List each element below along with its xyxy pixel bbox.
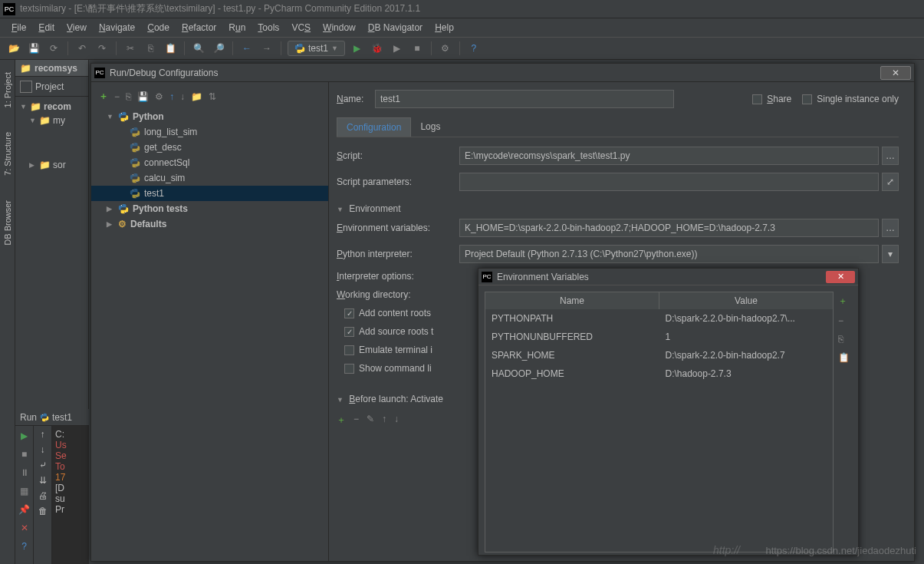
run-console[interactable]: C: Us Se To 17 [D su Pr [52, 426, 89, 564]
sidebar-tab-dbbrowser[interactable]: DB Browser [2, 196, 13, 250]
tree-row[interactable]: ▶ 📁 sor [15, 158, 88, 172]
save-all-icon[interactable]: 💾 [26, 41, 41, 56]
table-row[interactable]: PYTHONUNBUFFERED 1 [485, 328, 833, 346]
add-source-checkbox[interactable] [344, 327, 354, 337]
tab-configuration[interactable]: Configuration [337, 117, 411, 137]
project-tab-label[interactable]: Project [35, 81, 64, 92]
down-icon[interactable]: ↓ [394, 414, 399, 427]
run-icon[interactable]: ▶ [350, 41, 365, 56]
settings-icon[interactable]: ⚙ [438, 41, 453, 56]
config-item[interactable]: connectSql [91, 155, 328, 170]
remove-icon[interactable]: − [114, 91, 120, 102]
single-instance-checkbox[interactable] [802, 94, 812, 104]
table-row[interactable]: SPARK_HOME D:\spark-2.2.0-bin-hadoop2.7 [485, 346, 833, 364]
tree-row[interactable]: ▼ 📁 recom [15, 100, 88, 114]
up-icon[interactable]: ↑ [41, 429, 45, 440]
env-dialog-titlebar[interactable]: PC Environment Variables ✕ [478, 269, 858, 285]
browse-button[interactable]: … [882, 219, 899, 237]
config-item-selected[interactable]: test1 [91, 186, 328, 201]
script-input[interactable] [459, 147, 879, 165]
wrap-icon[interactable]: ⤶ [39, 460, 47, 470]
emulate-terminal-checkbox[interactable] [344, 345, 354, 355]
share-checkbox[interactable] [752, 94, 762, 104]
config-group-defaults[interactable]: ▶ ⚙ Defaults [91, 216, 328, 232]
chevron-down-icon[interactable]: ▾ [882, 245, 899, 263]
pin-icon[interactable]: 📌 [18, 503, 31, 516]
script-params-input[interactable] [459, 173, 879, 191]
print-icon[interactable]: 🖨 [38, 490, 48, 501]
pause-icon[interactable]: ⏸ [18, 466, 31, 480]
menu-vcs[interactable]: VCS [286, 21, 316, 35]
settings-icon[interactable]: ⚙ [155, 91, 163, 102]
paste-icon[interactable]: 📋 [163, 41, 178, 56]
menu-tools[interactable]: Tools [252, 21, 284, 35]
show-command-checkbox[interactable] [344, 364, 354, 374]
close-icon[interactable]: ✕ [18, 521, 31, 535]
menu-view[interactable]: View [61, 21, 92, 35]
menu-refactor[interactable]: Refactor [176, 21, 222, 35]
forward-icon[interactable]: → [259, 41, 275, 56]
config-item[interactable]: calcu_sim [91, 170, 328, 186]
stop-icon[interactable]: ■ [409, 41, 425, 56]
table-row[interactable]: PYTHONPATH D:\spark-2.2.0-bin-hadoop2.7\… [485, 309, 833, 328]
save-icon[interactable]: 💾 [137, 91, 149, 102]
tab-logs[interactable]: Logs [411, 117, 449, 137]
menu-window[interactable]: Window [317, 21, 361, 35]
help-icon[interactable]: ? [466, 41, 482, 56]
cut-icon[interactable]: ✂ [123, 41, 138, 56]
sidebar-tab-project[interactable]: 1: Project [2, 68, 13, 112]
add-icon[interactable]: ＋ [99, 90, 108, 103]
sort-icon[interactable]: ⇅ [209, 91, 216, 102]
menu-edit[interactable]: Edit [33, 21, 60, 35]
name-input[interactable] [375, 90, 674, 108]
back-icon[interactable]: ← [239, 41, 255, 56]
layout-icon[interactable]: ▦ [18, 484, 31, 498]
copy-icon[interactable]: ⎘ [838, 334, 852, 345]
redo-icon[interactable]: ↷ [94, 41, 110, 56]
close-button[interactable]: ✕ [826, 271, 855, 283]
config-group-python[interactable]: ▼ Python [91, 109, 328, 124]
down-icon[interactable]: ↓ [41, 444, 45, 455]
menu-file[interactable]: File [6, 21, 31, 35]
expand-button[interactable]: ⤢ [882, 173, 899, 191]
env-section-header[interactable]: ▼ Environment [337, 199, 899, 219]
edit-icon[interactable]: ✎ [367, 414, 374, 427]
sidebar-tab-structure[interactable]: 7: Structure [2, 127, 13, 180]
add-icon[interactable]: ＋ [337, 414, 346, 427]
down-icon[interactable]: ↓ [180, 91, 185, 102]
tree-row[interactable]: ▼ 📁 my [15, 114, 88, 127]
menu-code[interactable]: Code [142, 21, 175, 35]
table-row[interactable]: HADOOP_HOME D:\hadoop-2.7.3 [485, 364, 833, 383]
up-icon[interactable]: ↑ [169, 91, 174, 102]
stop-icon[interactable]: ■ [18, 447, 31, 461]
run-config-selector[interactable]: test1 ▼ [288, 41, 345, 56]
env-vars-input[interactable] [459, 219, 879, 237]
refresh-icon[interactable]: ⟳ [46, 41, 61, 56]
browse-button[interactable]: … [882, 147, 899, 165]
copy-icon[interactable]: ⎘ [143, 41, 158, 56]
remove-icon[interactable]: − [353, 414, 359, 427]
column-header-value[interactable]: Value [659, 292, 833, 309]
undo-icon[interactable]: ↶ [74, 41, 90, 56]
open-icon[interactable]: 📂 [6, 41, 21, 56]
interpreter-select[interactable]: Project Default (Python 2.7.13 (C:\Pytho… [459, 245, 879, 263]
menu-run[interactable]: Run [223, 21, 251, 35]
menu-help[interactable]: Help [429, 21, 459, 35]
close-button[interactable]: ✕ [880, 66, 911, 80]
config-item[interactable]: long_list_sim [91, 124, 328, 140]
help-icon[interactable]: ? [18, 539, 31, 553]
up-icon[interactable]: ↑ [382, 414, 386, 427]
coverage-icon[interactable]: ▶ [390, 41, 405, 56]
column-header-name[interactable]: Name [485, 292, 659, 309]
table-empty-area[interactable] [485, 383, 833, 552]
add-content-checkbox[interactable] [344, 308, 354, 318]
paste-icon[interactable]: 📋 [838, 352, 852, 363]
replace-icon[interactable]: 🔎 [211, 41, 226, 56]
config-group-python-tests[interactable]: ▶ Python tests [91, 201, 328, 216]
dialog-titlebar[interactable]: PC Run/Debug Configurations ✕ [91, 64, 914, 82]
config-item[interactable]: get_desc [91, 140, 328, 155]
remove-icon[interactable]: − [838, 315, 852, 326]
add-icon[interactable]: ＋ [838, 295, 852, 308]
debug-icon[interactable]: 🐞 [370, 41, 385, 56]
find-icon[interactable]: 🔍 [191, 41, 206, 56]
